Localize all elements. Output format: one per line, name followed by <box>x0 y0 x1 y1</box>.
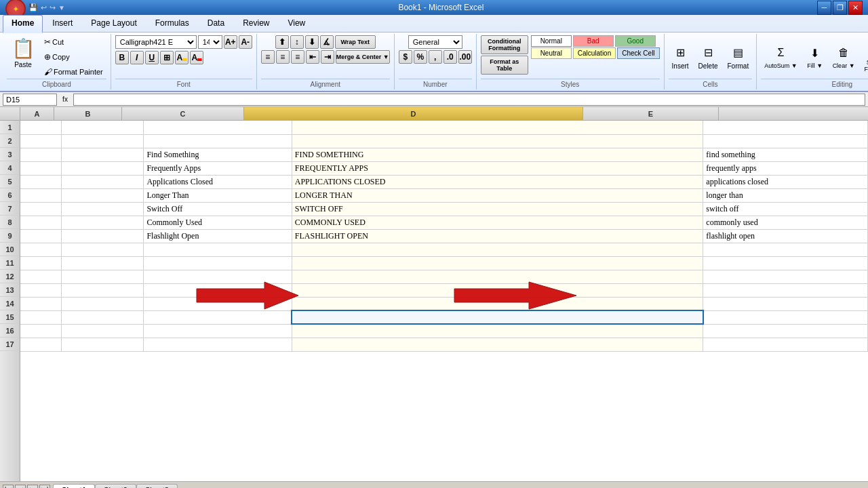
cell-A8[interactable] <box>20 216 62 229</box>
ribbon-tab-home[interactable]: Home <box>3 15 43 33</box>
align-center-btn[interactable]: ≡ <box>276 50 290 64</box>
cell-E3[interactable]: find something <box>703 148 868 161</box>
cell-D8[interactable]: COMMONLY USED <box>292 216 703 229</box>
ribbon-tab-view[interactable]: View <box>279 15 314 32</box>
row-header-6[interactable]: 6 <box>0 188 20 202</box>
sheet-tab-sheet2[interactable]: Sheet2 <box>95 484 136 488</box>
row-header-16[interactable]: 16 <box>0 324 20 338</box>
cell-E17[interactable] <box>703 338 868 351</box>
cell-C8[interactable]: Commonly Used <box>144 216 292 229</box>
check-cell-style[interactable]: Check Cell <box>617 47 659 59</box>
row-header-8[interactable]: 8 <box>0 216 20 229</box>
align-bottom-btn[interactable]: ⬇ <box>305 35 319 49</box>
cell-E10[interactable] <box>703 243 868 256</box>
select-all-corner[interactable] <box>0 107 20 120</box>
cell-C7[interactable]: Switch Off <box>144 202 292 216</box>
col-header-A[interactable]: A <box>20 107 54 120</box>
fill-button[interactable]: ⬇ Fill ▼ <box>804 43 827 71</box>
cell-B13[interactable] <box>62 283 144 297</box>
cell-A7[interactable] <box>20 202 62 216</box>
cell-E14[interactable] <box>703 297 868 310</box>
align-right-btn[interactable]: ≡ <box>291 50 304 64</box>
increase-indent-btn[interactable]: ⇥ <box>321 50 334 64</box>
fill-color-button[interactable]: A▃ <box>175 51 189 64</box>
row-header-3[interactable]: 3 <box>0 148 20 161</box>
last-sheet-btn[interactable]: ▶| <box>39 485 50 489</box>
clear-button[interactable]: 🗑 Clear ▼ <box>829 43 859 71</box>
cell-D4[interactable]: FREQUENTLY APPS <box>292 161 703 175</box>
cell-D1[interactable] <box>292 121 703 134</box>
good-style[interactable]: Good <box>615 35 656 47</box>
normal-style[interactable]: Normal <box>531 35 572 47</box>
currency-btn[interactable]: $ <box>399 50 412 64</box>
cell-B15[interactable] <box>62 310 144 324</box>
cell-D3[interactable]: FIND SOMETHING <box>292 148 703 161</box>
function-wizard-btn[interactable]: fx <box>60 94 71 105</box>
cell-B9[interactable] <box>62 229 144 243</box>
cell-C16[interactable] <box>144 324 292 338</box>
row-header-7[interactable]: 7 <box>0 202 20 216</box>
cell-B3[interactable] <box>62 148 144 161</box>
col-header-C[interactable]: C <box>122 107 244 120</box>
cell-A4[interactable] <box>20 161 62 175</box>
cell-C11[interactable] <box>144 256 292 270</box>
cell-D10[interactable] <box>292 243 703 256</box>
format-painter-button[interactable]: 🖌 Format Painter <box>41 65 106 79</box>
increase-decimal-btn[interactable]: .00 <box>458 50 472 64</box>
bold-button[interactable]: B <box>115 51 129 64</box>
cell-D17[interactable] <box>292 338 703 351</box>
wrap-text-btn[interactable]: Wrap Text <box>335 35 376 49</box>
row-header-1[interactable]: 1 <box>0 121 20 134</box>
cell-C3[interactable]: Find Something <box>144 148 292 161</box>
cell-A3[interactable] <box>20 148 62 161</box>
cell-E13[interactable] <box>703 283 868 297</box>
cell-C13[interactable] <box>144 283 292 297</box>
row-header-13[interactable]: 13 <box>0 283 20 297</box>
sheet-tab-sheet1[interactable]: Sheet1 <box>53 484 95 488</box>
cell-D5[interactable]: APPLICATIONS CLOSED <box>292 175 703 188</box>
format-button[interactable]: ▤ Format <box>724 43 753 72</box>
cell-D9[interactable]: FLASHLIGHT OPEN <box>292 229 703 243</box>
cell-A1[interactable] <box>20 121 62 134</box>
cell-C15[interactable] <box>144 310 292 324</box>
row-header-12[interactable]: 12 <box>0 270 20 283</box>
cell-B8[interactable] <box>62 216 144 229</box>
formula-input[interactable] <box>73 94 865 106</box>
cell-A9[interactable] <box>20 229 62 243</box>
row-header-11[interactable]: 11 <box>0 256 20 270</box>
decrease-font-btn[interactable]: A- <box>239 35 252 49</box>
cell-E7[interactable]: switch off <box>703 202 868 216</box>
cell-A6[interactable] <box>20 188 62 202</box>
cell-E12[interactable] <box>703 270 868 283</box>
cell-D13[interactable] <box>292 283 703 297</box>
cell-E2[interactable] <box>703 134 868 148</box>
ribbon-tab-data[interactable]: Data <box>199 15 233 32</box>
cell-E1[interactable] <box>703 121 868 134</box>
cell-E8[interactable]: commonly used <box>703 216 868 229</box>
align-middle-btn[interactable]: ↕ <box>290 35 304 49</box>
cell-E15[interactable] <box>703 310 868 324</box>
percent-btn[interactable]: % <box>414 50 427 64</box>
comma-btn[interactable]: , <box>429 50 442 64</box>
col-header-D[interactable]: D <box>244 107 583 120</box>
font-color-button[interactable]: A▃ <box>190 51 203 64</box>
ribbon-tab-page-layout[interactable]: Page Layout <box>82 15 145 32</box>
cell-D12[interactable] <box>292 270 703 283</box>
decrease-indent-btn[interactable]: ⇤ <box>306 50 319 64</box>
decrease-decimal-btn[interactable]: .0 <box>443 50 457 64</box>
cell-B4[interactable] <box>62 161 144 175</box>
cell-E4[interactable]: frequently apps <box>703 161 868 175</box>
cell-C1[interactable] <box>144 121 292 134</box>
cell-D7[interactable]: SWITCH OFF <box>292 202 703 216</box>
cut-button[interactable]: ✂ Cut <box>41 35 106 49</box>
row-header-5[interactable]: 5 <box>0 175 20 188</box>
cell-B2[interactable] <box>62 134 144 148</box>
prev-sheet-btn[interactable]: ◀ <box>15 485 26 489</box>
row-header-2[interactable]: 2 <box>0 134 20 148</box>
row-header-4[interactable]: 4 <box>0 161 20 175</box>
cell-C14[interactable] <box>144 297 292 310</box>
restore-button[interactable]: ❐ <box>833 1 847 15</box>
insert-button[interactable]: ⊞ Insert <box>669 43 692 72</box>
font-size-select[interactable]: 14 <box>198 35 222 49</box>
next-sheet-btn[interactable]: ▶ <box>27 485 38 489</box>
